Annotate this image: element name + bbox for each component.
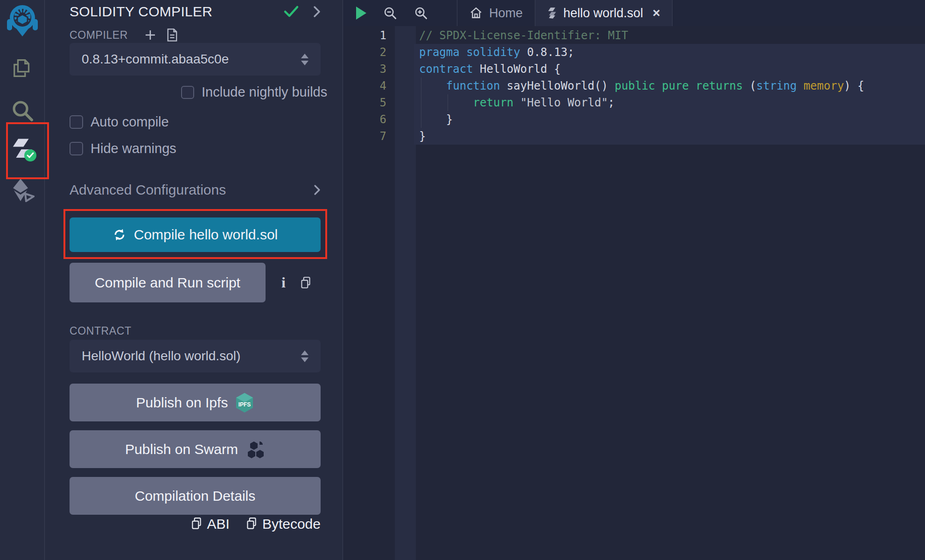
page-title: SOLIDITY COMPILER: [70, 4, 212, 20]
code-text: return "Hello World";: [394, 94, 615, 111]
code-line[interactable]: 1// SPDX-License-Identifier: MIT: [343, 27, 925, 44]
hide-warnings-row: Hide warnings: [70, 141, 176, 156]
refresh-icon: [112, 228, 126, 242]
code-text: }: [394, 111, 453, 128]
compile-button-label: Compile hello world.sol: [134, 227, 278, 243]
compile-and-run-label: Compile and Run script: [95, 275, 240, 291]
run-script-icon[interactable]: [356, 7, 366, 20]
compiler-section-header: COMPILER: [70, 28, 321, 42]
publish-ipfs-label: Publish on Ipfs: [136, 395, 228, 411]
line-number: 7: [343, 128, 394, 145]
include-nightly-row: Include nightly builds: [181, 84, 327, 100]
compile-and-run-button[interactable]: Compile and Run script: [70, 263, 266, 302]
panel-header: SOLIDITY COMPILER: [70, 4, 321, 20]
advanced-configurations-toggle[interactable]: Advanced Configurations: [70, 182, 321, 198]
copy-icon: [190, 517, 203, 531]
tab-home-label: Home: [489, 6, 523, 21]
swarm-icon: [245, 440, 265, 459]
compilation-details-button[interactable]: Compilation Details: [70, 477, 321, 515]
contract-select-value: HelloWorld (hello world.sol): [82, 349, 240, 364]
code-line[interactable]: 6 }: [343, 111, 925, 128]
copy-abi-button[interactable]: ABI: [190, 516, 230, 532]
compiler-version-value: 0.8.13+commit.abaa5c0e: [82, 52, 229, 67]
remix-ide: SOLIDITY COMPILER COMPILER 0.8.: [0, 0, 925, 560]
compile-run-row: Compile and Run script i: [70, 263, 321, 302]
copy-bytecode-button[interactable]: Bytecode: [245, 516, 321, 532]
line-number: 4: [343, 77, 394, 94]
code-line[interactable]: 7}: [343, 128, 925, 145]
publish-swarm-label: Publish on Swarm: [125, 441, 238, 457]
code-text: contract HelloWorld {: [394, 61, 561, 77]
code-editor[interactable]: 1// SPDX-License-Identifier: MIT2pragma …: [343, 26, 925, 560]
activity-sidebar: [0, 0, 45, 560]
home-icon: [470, 7, 483, 20]
auto-compile-row: Auto compile: [70, 114, 169, 130]
code-text: pragma solidity 0.8.13;: [394, 44, 574, 61]
advanced-configurations-label: Advanced Configurations: [70, 182, 226, 198]
compile-success-badge: [24, 149, 36, 161]
compile-button[interactable]: Compile hello world.sol: [70, 217, 321, 252]
abi-bytecode-row: ABI Bytecode: [70, 516, 321, 532]
line-number: 2: [343, 44, 394, 61]
include-nightly-checkbox[interactable]: [181, 86, 194, 99]
code-text: }: [394, 128, 426, 145]
hide-warnings-label: Hide warnings: [91, 141, 176, 156]
chevron-right-icon: [314, 184, 321, 196]
sidebar-item-search[interactable]: [0, 97, 44, 124]
include-nightly-label: Include nightly builds: [202, 84, 327, 100]
tab-home[interactable]: Home: [457, 0, 535, 26]
copy-icon[interactable]: [300, 276, 312, 290]
compiler-version-select[interactable]: 0.8.13+commit.abaa5c0e: [70, 43, 321, 76]
ipfs-icon: IPFS: [235, 392, 254, 413]
copy-icon: [245, 517, 258, 531]
close-tab-icon[interactable]: ×: [652, 6, 660, 21]
solidity-compiler-panel: SOLIDITY COMPILER COMPILER 0.8.: [45, 0, 343, 560]
select-arrows-icon: [301, 350, 308, 362]
code-text: // SPDX-License-Identifier: MIT: [394, 27, 628, 44]
sidebar-item-solidity-compiler[interactable]: [0, 134, 44, 164]
publish-swarm-button[interactable]: Publish on Swarm: [70, 430, 321, 468]
editor-toolbar: [343, 0, 457, 26]
contract-select[interactable]: HelloWorld (hello world.sol): [70, 340, 321, 372]
contract-label: CONTRACT: [70, 325, 321, 337]
bytecode-label: Bytecode: [262, 516, 321, 532]
remix-logo-icon: [7, 3, 38, 37]
solidity-file-icon: [547, 7, 557, 19]
compiler-doc-icon[interactable]: [166, 28, 178, 42]
select-arrows-icon: [301, 54, 308, 65]
editor-area: Home hello world.sol × 1// SPDX-License-…: [343, 0, 925, 560]
code-line[interactable]: 2pragma solidity 0.8.13;: [343, 44, 925, 61]
sidebar-item-file-explorer[interactable]: [0, 55, 44, 82]
info-icon[interactable]: i: [281, 274, 286, 291]
line-number: 5: [343, 94, 394, 111]
compilation-details-label: Compilation Details: [135, 488, 255, 504]
line-number: 6: [343, 111, 394, 128]
sidebar-item-deploy-run[interactable]: [0, 176, 44, 203]
editor-tabbar: Home hello world.sol ×: [343, 0, 925, 26]
remix-logo[interactable]: [0, 3, 44, 37]
zoom-out-icon[interactable]: [383, 6, 397, 20]
compiler-label: COMPILER: [70, 29, 128, 42]
code-lines: 1// SPDX-License-Identifier: MIT2pragma …: [343, 26, 925, 145]
code-text: function sayHelloWorld() public pure ret…: [394, 77, 864, 94]
publish-ipfs-button[interactable]: Publish on Ipfs IPFS: [70, 384, 321, 421]
abi-label: ABI: [207, 516, 230, 532]
hide-warnings-checkbox[interactable]: [70, 142, 83, 155]
compiled-check-icon: [283, 5, 299, 18]
code-line[interactable]: 4 function sayHelloWorld() public pure r…: [343, 77, 925, 94]
line-number: 3: [343, 61, 394, 77]
tab-hello-world-sol[interactable]: hello world.sol ×: [535, 0, 673, 26]
line-number: 1: [343, 27, 394, 44]
panel-collapse-chevron-icon[interactable]: [313, 6, 321, 18]
deploy-run-icon: [10, 178, 35, 202]
auto-compile-label: Auto compile: [91, 114, 169, 130]
zoom-in-icon[interactable]: [414, 6, 428, 20]
add-compiler-icon[interactable]: [144, 28, 157, 42]
search-icon: [10, 98, 35, 123]
svg-text:IPFS: IPFS: [238, 401, 251, 408]
auto-compile-checkbox[interactable]: [70, 115, 83, 129]
file-explorer-icon: [11, 56, 34, 81]
code-line[interactable]: 3contract HelloWorld {: [343, 61, 925, 77]
code-line[interactable]: 5 return "Hello World";: [343, 94, 925, 111]
tab-file-label: hello world.sol: [563, 6, 643, 21]
